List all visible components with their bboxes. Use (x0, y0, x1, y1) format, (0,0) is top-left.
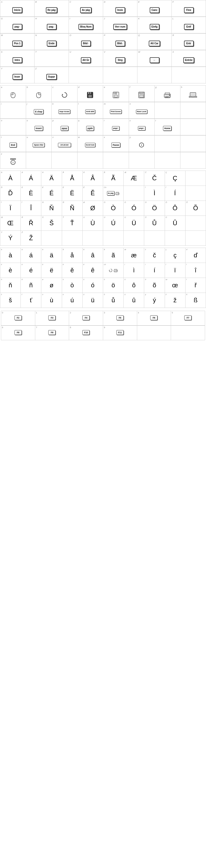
uchar-E-acute[interactable]: É É (41, 186, 62, 201)
key-end[interactable]: End (9, 143, 17, 147)
key-home[interactable]: Home (163, 126, 171, 131)
uchar-C-caron[interactable]: Č Č (144, 171, 165, 186)
key-pageup[interactable]: page↑ (112, 126, 119, 130)
uchar-A-grave[interactable]: À À (0, 171, 21, 186)
key-avpag-inline[interactable]: Av pág (107, 191, 114, 195)
key-suppr[interactable]: Suppr (46, 74, 57, 80)
lchar-e-uml[interactable]: ë ë (41, 263, 62, 278)
key-fine[interactable]: Fine (184, 7, 194, 13)
uchar-I-uml[interactable]: Ï Ï (0, 201, 21, 216)
key-pause[interactable]: Pause (111, 143, 120, 147)
key-scrolllock[interactable]: Scroll lock (85, 143, 95, 147)
uchar-S-caron[interactable]: Š Š (41, 216, 62, 231)
lchar-u-uml[interactable]: ü ü (82, 293, 103, 308)
lchar-o-acute[interactable]: ó ó (82, 278, 103, 293)
key-avpag[interactable]: Av pág (80, 7, 92, 13)
key-F8[interactable]: F8 (14, 330, 22, 335)
uchar-I-acute[interactable]: Í Í (165, 186, 185, 201)
uchar-Y-acute[interactable]: Ý Ý (0, 231, 21, 246)
key-F6[interactable]: F6 (150, 315, 158, 320)
lchar-a-acute[interactable]: á á (21, 248, 41, 263)
uchar-O-uml[interactable]: Ö Ö (144, 201, 165, 216)
key-pos1[interactable]: Pos 1 (12, 40, 22, 46)
lchar-o-stroke[interactable]: ø ø (41, 278, 62, 293)
lchar-s-caron[interactable]: š š (0, 293, 21, 308)
lchar-o-tilde[interactable]: õ õ (144, 278, 165, 293)
lchar-a-ring[interactable]: å å (62, 248, 82, 263)
uchar-C-cedil[interactable]: Ç Ç (165, 171, 185, 186)
lchar-c-caron[interactable]: č č (144, 248, 165, 263)
lchar-e-circ[interactable]: ê ê (82, 263, 103, 278)
uchar-A-tilde[interactable]: Ã Ã (103, 171, 124, 186)
uchar-U-uml[interactable]: Ü Ü (124, 216, 144, 231)
lchar-d-caron[interactable]: ď ď (185, 248, 206, 263)
key-entf[interactable]: Entf (184, 24, 194, 30)
uchar-U-acute[interactable]: Ú Ú (103, 216, 124, 231)
key-arrow-left[interactable]: ← (150, 57, 160, 63)
lchar-u-acute[interactable]: ú ú (62, 293, 82, 308)
uchar-O-grave[interactable]: Ò Ò (103, 201, 124, 216)
uchar-U-ring[interactable]: Ů Ů (144, 216, 165, 231)
lchar-a-uml[interactable]: ä ä (41, 248, 62, 263)
key-F4[interactable]: F4 (82, 315, 90, 320)
lchar-a-grave[interactable]: à à (0, 248, 21, 263)
key-F11[interactable]: F11 (116, 330, 124, 335)
key-invio[interactable]: Invio (115, 7, 125, 13)
key-intro[interactable]: Intro (12, 57, 22, 63)
key-verrnum[interactable]: Verr num (113, 24, 127, 30)
uchar-A-uml[interactable]: Ä Ä (41, 171, 62, 186)
lchar-o-grave[interactable]: ò ò (62, 278, 82, 293)
key-inicio[interactable]: Inicio (12, 7, 22, 13)
uchar-Z-caron[interactable]: Ž Ž (21, 231, 41, 246)
key-pagdn[interactable]: pag↓ (47, 24, 57, 30)
lchar-c-cedil[interactable]: ç ç (165, 248, 185, 263)
lchar-eszett[interactable]: ß ß (185, 293, 206, 308)
lchar-n-tilde[interactable]: ñ ñ (21, 278, 41, 293)
key-F5[interactable]: F5 (116, 315, 124, 320)
key-spacebar[interactable]: Space Bar (33, 143, 45, 147)
lchar-a-tilde[interactable]: ã ã (103, 248, 124, 263)
key-insert[interactable]: Insert (35, 126, 43, 131)
key-F3[interactable]: F3 (48, 315, 56, 320)
key-cad[interactable]: ctrl-alt-del (58, 143, 71, 147)
uchar-D-caron[interactable]: Ď Ď (0, 186, 21, 201)
lchar-a-circ[interactable]: â â (82, 248, 103, 263)
key-imprecran[interactable]: Impr écran (59, 110, 70, 114)
lchar-oe[interactable]: œ œ (165, 278, 185, 293)
lchar-u-ring[interactable]: ů ů (103, 293, 124, 308)
lchar-n-caron[interactable]: ň ň (0, 278, 21, 293)
uchar-A-acute[interactable]: Á Á (21, 171, 41, 186)
lchar-e-acute[interactable]: é é (21, 263, 41, 278)
uchar-R-caron[interactable]: Ř Ř (21, 216, 41, 231)
uchar-T-caron[interactable]: Ť Ť (62, 216, 82, 231)
uchar-E-uml[interactable]: Ë Ë (62, 186, 82, 201)
key-F2[interactable]: F2 (14, 315, 22, 320)
key-F10[interactable]: F10 (82, 330, 90, 335)
lchar-y-acute[interactable]: ý ý (144, 293, 165, 308)
key-pgup[interactable]: pgup (61, 126, 68, 131)
lchar-e-grave[interactable]: è è (0, 263, 21, 278)
uchar-E-grave[interactable]: È È (21, 186, 41, 201)
key-einfg[interactable]: Einfg (150, 24, 160, 30)
lchar-ch-device[interactable]: ch (103, 263, 124, 278)
lchar-e-caron[interactable]: ě ě (62, 263, 82, 278)
uchar-A-circ[interactable]: Â Â (82, 171, 103, 186)
key-pagup[interactable]: pag↑ (12, 24, 22, 30)
uchar-O-tilde[interactable]: Õ Õ (185, 201, 206, 216)
uchar-U-grave[interactable]: Ù Ù (82, 216, 103, 231)
uchar-O-acute[interactable]: Ó Ó (124, 201, 144, 216)
key-echap[interactable]: E chap (34, 109, 43, 114)
key-altgr[interactable]: Alt Gr (81, 57, 91, 63)
uchar-O-stroke[interactable]: Ø Ø (82, 201, 103, 216)
uchar-ch-key[interactable]: Ch Av pág (103, 186, 124, 201)
key-repag[interactable]: Re pág (46, 7, 57, 13)
uchar-I-grave[interactable]: Ì Ì (144, 186, 165, 201)
uchar-I-circ[interactable]: Î Î (21, 201, 41, 216)
key-inser[interactable]: Inser (12, 74, 22, 80)
lchar-o-uml[interactable]: ö ö (103, 278, 124, 293)
key-altcar[interactable]: Alt Car (149, 40, 160, 46)
uchar-N-caron[interactable]: Ň Ň (41, 201, 62, 216)
uchar-N-tilde[interactable]: Ñ Ñ (62, 201, 82, 216)
key-F7[interactable]: F7 (184, 315, 192, 320)
uchar-E-caron[interactable]: Ě Ě (82, 186, 103, 201)
